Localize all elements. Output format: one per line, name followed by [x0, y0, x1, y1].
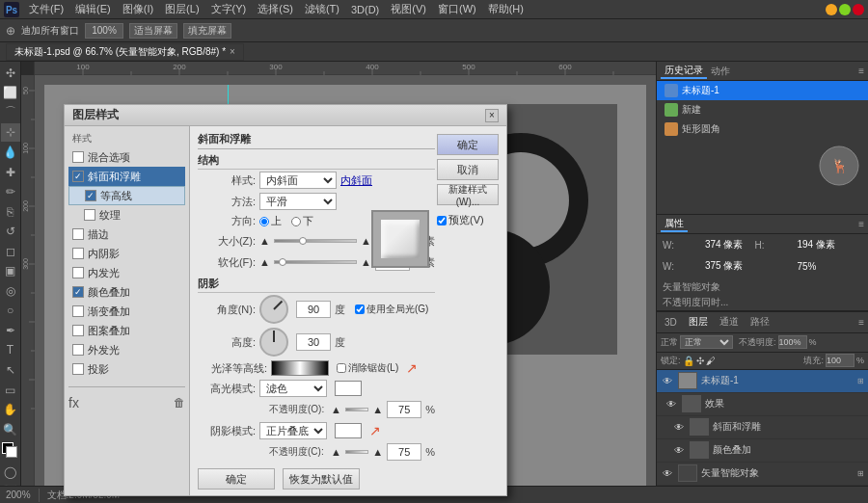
gradient-overlay-checkbox[interactable]: [72, 305, 84, 317]
dodge-tool[interactable]: ○: [1, 302, 20, 321]
layer-eye-4[interactable]: 👁: [661, 466, 674, 480]
menu-filter[interactable]: 滤镜(T): [299, 2, 345, 16]
layer-eye-1[interactable]: 👁: [665, 397, 678, 410]
new-style-button[interactable]: 新建样式(W)...: [437, 184, 499, 205]
clone-tool[interactable]: ⎘: [1, 202, 20, 222]
dialog-item-color-overlay[interactable]: 颜色叠加: [68, 282, 185, 302]
doc-tab[interactable]: 未标题-1.psd @ 66.7% (矢量智能对象, RGB/8#) * ×: [6, 43, 244, 61]
highlight-opacity-input[interactable]: [387, 401, 421, 418]
tab-close[interactable]: ×: [230, 46, 235, 57]
tab-layers[interactable]: 图层: [685, 315, 712, 329]
dir-up-label[interactable]: 上: [259, 214, 282, 228]
shadow-opacity-input[interactable]: [387, 443, 421, 461]
history-brush-tool[interactable]: ↺: [1, 222, 20, 241]
reset-default-btn[interactable]: 恢复为默认值: [283, 468, 360, 490]
history-item-0[interactable]: 未标题-1: [657, 81, 868, 100]
altitude-control[interactable]: [259, 328, 288, 357]
blur-tool[interactable]: ◎: [1, 281, 20, 301]
minimize-btn[interactable]: [826, 4, 837, 15]
outer-glow-checkbox[interactable]: [72, 344, 84, 356]
canvas-area[interactable]: B R: [35, 75, 656, 503]
blend-checkbox[interactable]: [72, 151, 84, 163]
crop-tool[interactable]: ⊹: [1, 123, 20, 143]
shadow-opacity-slider[interactable]: [345, 450, 368, 454]
close-btn[interactable]: [853, 4, 864, 15]
dialog-item-drop-shadow[interactable]: 投影: [68, 359, 185, 379]
global-light-checkbox[interactable]: [355, 304, 365, 314]
dialog-item-texture[interactable]: 纹理: [68, 205, 185, 225]
stroke-checkbox[interactable]: [72, 228, 84, 240]
actions-tab[interactable]: 动作: [707, 65, 734, 78]
color-overlay-checkbox[interactable]: [72, 286, 84, 298]
texture-checkbox[interactable]: [84, 209, 95, 221]
layer-item-2[interactable]: 👁 斜面和浮雕: [657, 416, 868, 439]
dialog-item-stroke[interactable]: 描边: [68, 225, 185, 244]
maximize-btn[interactable]: [839, 4, 851, 15]
set-default-btn[interactable]: 确定: [198, 468, 275, 490]
shadow-color[interactable]: [335, 423, 362, 438]
highlight-mode-select[interactable]: 滤色: [259, 380, 327, 397]
heal-tool[interactable]: ✚: [1, 163, 20, 182]
inner-glow-checkbox[interactable]: [72, 267, 84, 278]
layer-item-1[interactable]: 👁 效果: [657, 393, 868, 416]
menu-edit[interactable]: 编辑(E): [69, 2, 117, 16]
lock-pixel-icon[interactable]: 🖌: [706, 356, 716, 366]
layer-eye-2[interactable]: 👁: [672, 420, 686, 434]
panel-options-icon[interactable]: ≡: [858, 66, 864, 76]
path-select-tool[interactable]: ↖: [1, 360, 20, 380]
angle-input[interactable]: [296, 301, 331, 318]
menu-image[interactable]: 图像(I): [117, 2, 159, 16]
menu-select[interactable]: 选择(S): [252, 2, 299, 16]
fit-screen-label[interactable]: 适当屏幕: [129, 23, 177, 39]
anti-alias-label[interactable]: 消除锯齿(L): [337, 361, 398, 375]
delete-style-icon[interactable]: 🗑: [174, 396, 185, 410]
global-light-label[interactable]: 使用全局光(G): [355, 303, 428, 316]
ok-button[interactable]: 确定: [437, 134, 499, 155]
cancel-button[interactable]: 取消: [437, 159, 499, 180]
lock-position-icon[interactable]: ✣: [696, 356, 704, 366]
fill-input[interactable]: [826, 354, 854, 367]
dialog-item-bevel[interactable]: 斜面和浮雕: [68, 167, 185, 186]
lasso-tool[interactable]: ⌒: [1, 103, 20, 122]
zoom-tool[interactable]: 🔍: [1, 420, 20, 439]
eraser-tool[interactable]: ◻: [1, 242, 20, 261]
shape-tool[interactable]: ▭: [1, 381, 20, 400]
lock-all-icon[interactable]: 🔒: [683, 356, 694, 366]
opacity-input[interactable]: [778, 335, 807, 349]
move-tool[interactable]: ✣: [1, 64, 20, 83]
menu-help[interactable]: 帮助(H): [482, 2, 529, 16]
menu-layer[interactable]: 图层(L): [159, 2, 204, 16]
dir-up-radio[interactable]: [259, 217, 269, 226]
anti-alias-checkbox[interactable]: [337, 363, 346, 373]
soften-slider[interactable]: [274, 260, 357, 264]
selection-tool[interactable]: ⬜: [1, 84, 20, 103]
dir-down-radio[interactable]: [291, 217, 301, 226]
add-style-icon[interactable]: fx: [68, 395, 79, 410]
layer-eye-0[interactable]: 👁: [661, 374, 674, 387]
properties-tab[interactable]: 属性: [661, 217, 688, 232]
altitude-input[interactable]: [296, 333, 331, 351]
quick-mask-btn[interactable]: ◯: [1, 463, 20, 482]
menu-view[interactable]: 视图(V): [385, 2, 432, 16]
shadow-mode-select[interactable]: 正片叠底: [259, 422, 327, 439]
history-item-1[interactable]: 新建: [657, 100, 868, 119]
eyedrop-tool[interactable]: 💧: [1, 143, 20, 162]
tab-channels[interactable]: 通道: [716, 315, 743, 329]
blend-mode-select[interactable]: 正常: [680, 335, 733, 349]
size-slider[interactable]: [274, 239, 357, 243]
bevel-checkbox[interactable]: [72, 171, 84, 182]
dialog-item-outer-glow[interactable]: 外发光: [68, 340, 185, 359]
layer-item-3[interactable]: 👁 颜色叠加: [657, 439, 868, 463]
pen-tool[interactable]: ✒: [1, 321, 20, 340]
dialog-item-pattern-overlay[interactable]: 图案叠加: [68, 321, 185, 340]
dialog-item-gradient-overlay[interactable]: 渐变叠加: [68, 302, 185, 321]
layers-options-icon[interactable]: ≡: [858, 317, 864, 328]
menu-type[interactable]: 文字(Y): [205, 2, 253, 16]
inner-shadow-checkbox[interactable]: [72, 248, 84, 259]
layer-item-4[interactable]: 👁 矢量智能对象 ⊞: [657, 463, 868, 486]
dialog-item-inner-shadow[interactable]: 内阴影: [68, 244, 185, 263]
menu-3d[interactable]: 3D(D): [345, 4, 385, 15]
menu-file[interactable]: 文件(F): [23, 2, 69, 16]
history-tab[interactable]: 历史记录: [661, 64, 707, 79]
layer-eye-3[interactable]: 👁: [672, 443, 686, 457]
